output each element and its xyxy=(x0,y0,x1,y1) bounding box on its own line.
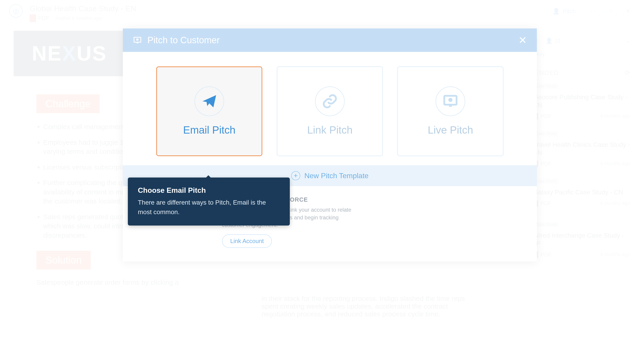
plus-icon: + xyxy=(291,171,300,180)
link-pitch-label: Link Pitch xyxy=(307,124,352,136)
link-account-button[interactable]: Link Account xyxy=(222,234,272,248)
link-pitch-option[interactable]: Link Pitch xyxy=(277,67,383,156)
live-pitch-label: Live Pitch xyxy=(428,124,473,136)
modal-close-button[interactable]: ✕ xyxy=(518,34,527,46)
pitch-modal: Pitch to Customer ✕ Email Pitch Link Pit… xyxy=(123,29,537,261)
svg-point-1 xyxy=(136,38,138,41)
paper-plane-icon xyxy=(194,87,224,116)
tooltip-title: Choose Email Pitch xyxy=(138,186,280,195)
svg-marker-3 xyxy=(202,95,216,107)
email-pitch-option[interactable]: Email Pitch xyxy=(156,67,262,156)
link-icon xyxy=(315,87,345,116)
modal-title: Pitch to Customer xyxy=(148,35,220,45)
email-pitch-label: Email Pitch xyxy=(183,124,236,136)
tooltip-description: There are different ways to Pitch, Email… xyxy=(138,198,280,217)
presentation-icon xyxy=(436,87,465,116)
svg-point-5 xyxy=(448,98,452,102)
new-pitch-template-label: New Pitch Template xyxy=(304,172,368,180)
svg-rect-2 xyxy=(137,42,138,43)
pitch-icon xyxy=(133,36,142,45)
live-pitch-option[interactable]: Live Pitch xyxy=(398,67,504,156)
modal-header: Pitch to Customer ✕ xyxy=(123,29,537,52)
onboarding-tooltip: Choose Email Pitch There are different w… xyxy=(128,178,290,225)
svg-rect-6 xyxy=(449,105,452,107)
